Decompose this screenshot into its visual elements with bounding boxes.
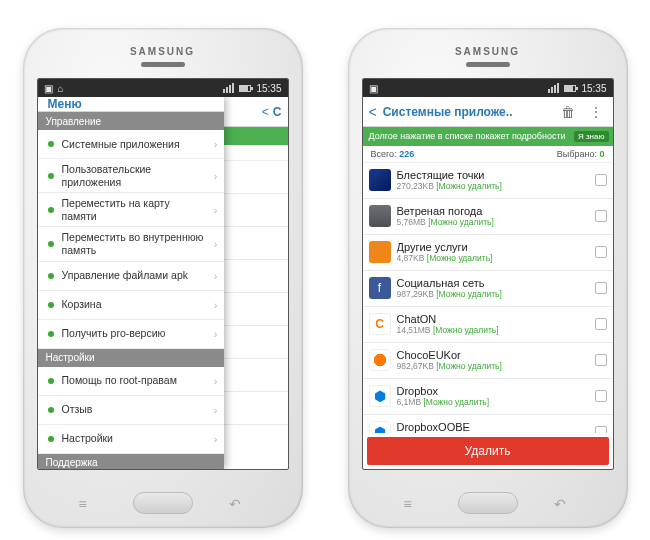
actionbar: < Системные приложе.. 🗑 ⋮ [363, 97, 613, 127]
checkbox[interactable] [595, 210, 607, 222]
app-size: 6,1MB [397, 397, 422, 407]
status-bar: ▣ 15:35 [363, 79, 613, 97]
list-item[interactable]: ChocoEUKor982,67KB [Можно удалить] [363, 343, 613, 379]
back-icon[interactable]: < [262, 105, 269, 119]
can-delete-label: [Можно удалить] [428, 217, 494, 227]
chevron-right-icon: › [214, 138, 218, 150]
clock: 15:35 [581, 83, 606, 94]
count-bar: Всего: 226 Выбрано: 0 [363, 146, 613, 163]
delete-button[interactable]: Удалить [367, 437, 609, 465]
chevron-right-icon: › [214, 404, 218, 416]
home-button[interactable] [133, 492, 193, 514]
app-size: 5,76MB [397, 217, 426, 227]
app-list[interactable]: Блестящие точки270,23KB [Можно удалить]В… [363, 163, 613, 433]
bullet-icon [48, 407, 54, 413]
app-size: 987,29KB [397, 289, 434, 299]
drawer-title: Меню [38, 97, 224, 112]
drawer-section-header: Управление [38, 112, 224, 130]
drawer-section-header: Настройки [38, 349, 224, 367]
softkey-back-icon[interactable]: ↶ [554, 496, 572, 510]
app-name: Другие услуги [397, 241, 589, 253]
app-name: Блестящие точки [397, 169, 589, 181]
battery-icon [564, 85, 576, 92]
hint-text: Долгое нажатие в списке покажет подробно… [369, 131, 566, 142]
can-delete-label: [Можно удалить] [423, 397, 489, 407]
drawer-item[interactable]: Системные приложения› [38, 130, 224, 159]
checkbox[interactable] [595, 246, 607, 258]
chevron-right-icon: › [214, 328, 218, 340]
chevron-right-icon: › [214, 433, 218, 445]
app-size: 982,67KB [397, 361, 434, 371]
drawer-item-label: Корзина [62, 298, 206, 311]
notif-icon: ▣ [44, 83, 53, 94]
drawer-item[interactable]: Отзыв› [38, 396, 224, 425]
list-item[interactable]: Блестящие точки270,23KB [Можно удалить] [363, 163, 613, 199]
trash-icon[interactable]: 🗑 [557, 104, 579, 120]
phone-left: SAMSUNG ▣ ⌂ 15:35 < С Долгое [23, 28, 303, 528]
drawer-menu[interactable]: Меню УправлениеСистемные приложения›Поль… [38, 97, 224, 469]
bullet-icon [48, 241, 54, 247]
drawer-item[interactable]: Получить pro-версию› [38, 320, 224, 349]
drawer-item-label: Получить pro-версию [62, 327, 206, 340]
chevron-right-icon: › [214, 238, 218, 250]
drawer-item[interactable]: Управление файлами apk› [38, 262, 224, 291]
list-item[interactable]: CChatON14,51MB [Можно удалить] [363, 307, 613, 343]
softkey-back-icon[interactable]: ↶ [229, 496, 247, 510]
clock: 15:35 [256, 83, 281, 94]
bullet-icon [48, 207, 54, 213]
checkbox[interactable] [595, 318, 607, 330]
checkbox[interactable] [595, 390, 607, 402]
drawer-item[interactable]: Корзина› [38, 291, 224, 320]
app-name: ChocoEUKor [397, 349, 589, 361]
can-delete-label: [Можно удалить] [427, 253, 493, 263]
app-name: DropboxOOBE [397, 421, 589, 433]
app-icon: ⬢ [369, 421, 391, 433]
total-group: Всего: 226 [371, 149, 415, 159]
selected-label: Выбрано: [557, 149, 597, 159]
list-item[interactable]: ⬢DropboxOOBE1,13MB [Можно удалить] [363, 415, 613, 433]
screen-left: ▣ ⌂ 15:35 < С Долгое Всего: [37, 78, 289, 470]
drawer-item-label: Отзыв [62, 403, 206, 416]
app-size: 270,23KB [397, 181, 434, 191]
checkbox[interactable] [595, 282, 607, 294]
bg-title: С [273, 105, 284, 119]
can-delete-label: [Можно удалить] [436, 361, 502, 371]
list-item[interactable]: fСоциальная сеть987,29KB [Можно удалить] [363, 271, 613, 307]
softkey-menu-icon[interactable]: ≡ [404, 496, 422, 510]
checkbox[interactable] [595, 354, 607, 366]
bullet-icon [48, 302, 54, 308]
list-item[interactable]: Ветреная погода5,76MB [Можно удалить] [363, 199, 613, 235]
checkbox[interactable] [595, 174, 607, 186]
hint-dismiss-button[interactable]: Я знаю [574, 131, 609, 142]
home-button[interactable] [458, 492, 518, 514]
signal-icon [548, 83, 559, 93]
drawer-item-label: Переместить на карту памяти [62, 197, 206, 222]
chevron-right-icon: › [214, 299, 218, 311]
app-icon: C [369, 313, 391, 335]
bullet-icon [48, 436, 54, 442]
back-icon[interactable]: < [369, 104, 377, 120]
overflow-icon[interactable]: ⋮ [585, 104, 607, 120]
screen-right: ▣ 15:35 < Системные приложе.. 🗑 ⋮ Долгое… [362, 78, 614, 470]
app-name: Социальная сеть [397, 277, 589, 289]
signal-icon [223, 83, 234, 93]
drawer-item-label: Системные приложения [62, 138, 206, 151]
softkey-menu-icon[interactable]: ≡ [79, 496, 97, 510]
drawer-item[interactable]: Настройки› [38, 425, 224, 454]
app-name: Ветреная погода [397, 205, 589, 217]
app-icon [369, 241, 391, 263]
checkbox[interactable] [595, 426, 607, 433]
drawer-item[interactable]: Помощь по root-правам› [38, 367, 224, 396]
drawer-item[interactable]: Пользовательские приложения› [38, 159, 224, 193]
bullet-icon [48, 378, 54, 384]
list-item[interactable]: ⬢Dropbox6,1MB [Можно удалить] [363, 379, 613, 415]
drawer-item[interactable]: Переместить на карту памяти› [38, 193, 224, 227]
can-delete-label: [Можно удалить] [433, 325, 499, 335]
page-title: Системные приложе.. [383, 105, 551, 119]
drawer-item[interactable]: Переместить во внутреннюю память› [38, 227, 224, 261]
battery-icon [239, 85, 251, 92]
phone-right: SAMSUNG ▣ 15:35 < Системные приложе.. 🗑 … [348, 28, 628, 528]
chevron-right-icon: › [214, 375, 218, 387]
list-item[interactable]: Другие услуги4,87KB [Можно удалить] [363, 235, 613, 271]
app-size: 4,87KB [397, 253, 425, 263]
